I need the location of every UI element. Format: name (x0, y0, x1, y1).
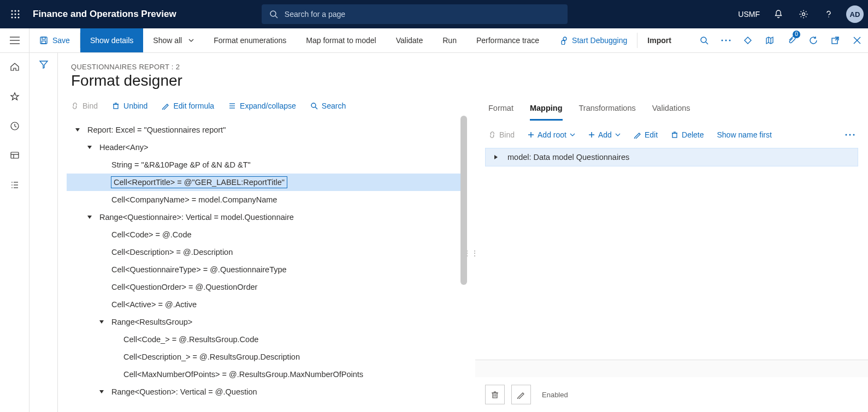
mapping-bind-button: Bind (488, 130, 515, 139)
expand-collapse-button[interactable]: Expand/collapse (228, 101, 296, 110)
tree-row-label: Range<Questionnaire>: Vertical = model.Q… (99, 213, 294, 222)
svg-rect-16 (40, 37, 47, 44)
delete-button[interactable]: Delete (671, 130, 704, 139)
tree-row[interactable]: Range<ResultsGroup> (67, 313, 467, 331)
search-icon (310, 102, 318, 110)
tree-row[interactable]: Range<Question>: Vertical = @.Question (67, 383, 467, 401)
save-button[interactable]: Save (29, 28, 80, 52)
scrollbar[interactable] (460, 116, 467, 285)
tree-row[interactable]: Cell<QuestionOrder> = @.QuestionOrder (67, 278, 467, 296)
validate-button[interactable]: Validate (386, 28, 433, 52)
tree-row[interactable]: Cell<QuestionnaireType> = @.Questionnair… (67, 261, 467, 278)
performance-trace-button[interactable]: Performance trace (467, 28, 549, 52)
svg-point-22 (722, 40, 723, 41)
svg-point-66 (853, 134, 855, 136)
save-icon (39, 36, 48, 45)
edit-button[interactable]: Edit (634, 130, 658, 139)
svg-point-24 (729, 40, 731, 41)
more-icon[interactable] (715, 28, 737, 52)
popout-icon[interactable] (824, 28, 846, 52)
run-button[interactable]: Run (433, 28, 467, 52)
recent-icon[interactable] (4, 117, 26, 135)
company-code[interactable]: USMF (738, 10, 760, 19)
show-all-button[interactable]: Show all (143, 28, 204, 52)
map-format-button[interactable]: Map format to model (296, 28, 386, 52)
svg-point-8 (18, 17, 20, 19)
tree-search-button[interactable]: Search (310, 101, 346, 110)
bottom-edit-button[interactable] (511, 385, 531, 404)
caret-down-icon[interactable] (73, 127, 82, 133)
favorites-icon[interactable] (4, 88, 26, 105)
modules-icon[interactable] (4, 176, 26, 194)
svg-point-50 (311, 103, 316, 108)
cmdbar-right: 0 (693, 28, 868, 52)
tree-row[interactable]: Cell<Active> = @.Active (67, 296, 467, 313)
diamond-icon[interactable] (737, 28, 759, 52)
chevron-right-icon (493, 154, 503, 160)
import-button[interactable]: Import (637, 28, 681, 52)
tree-row[interactable]: Cell<MaxNumberOfPoints> = @.ResultsGroup… (67, 366, 467, 383)
find-icon[interactable] (693, 28, 715, 52)
home-icon[interactable] (4, 58, 26, 76)
svg-marker-52 (75, 128, 80, 132)
caret-down-icon[interactable] (85, 214, 94, 220)
tree-row[interactable]: String = "&R&10Page &P of &N &D &T" (67, 156, 467, 174)
tree-pane[interactable]: Report: Excel = "Questionnaires report"H… (58, 116, 467, 412)
debug-icon (559, 36, 568, 45)
svg-line-51 (315, 107, 317, 109)
caret-down-icon[interactable] (97, 319, 106, 325)
add-button[interactable]: Add (588, 130, 621, 139)
show-details-button[interactable]: Show details (80, 28, 143, 52)
bottom-delete-button[interactable] (485, 385, 505, 404)
tree-row[interactable]: Cell<Code> = @.Code (67, 226, 467, 243)
tree-row-label: Range<ResultsGroup> (111, 318, 192, 326)
caret-down-icon[interactable] (85, 145, 94, 150)
chevron-down-icon (188, 38, 194, 43)
link-icon (71, 102, 79, 110)
filter-icon[interactable] (39, 59, 49, 412)
close-icon[interactable] (846, 28, 868, 52)
show-name-first-button[interactable]: Show name first (717, 130, 771, 139)
notifications-icon[interactable] (767, 3, 789, 25)
add-root-button[interactable]: Add root (528, 130, 575, 139)
model-root-row[interactable]: model: Data model Questionnaires (485, 148, 858, 166)
bind-button: Bind (71, 101, 98, 110)
mapping-more-icon[interactable] (845, 134, 855, 136)
caret-down-icon[interactable] (97, 389, 106, 395)
edit-formula-button[interactable]: Edit formula (162, 101, 214, 110)
app-launcher-icon[interactable] (4, 3, 26, 25)
tab-validations[interactable]: Validations (652, 104, 690, 121)
splitter[interactable]: ⋮⋮ (467, 94, 475, 412)
tree-row[interactable]: Cell<CompanyName> = model.CompanyName (67, 191, 467, 208)
tree-row[interactable]: Report: Excel = "Questionnaires report" (67, 121, 467, 139)
unbind-button[interactable]: Unbind (112, 101, 147, 110)
tree-row[interactable]: Range<Questionnaire>: Vertical = model.Q… (67, 208, 467, 226)
svg-rect-17 (42, 37, 45, 39)
tree-row[interactable]: Cell<Code_> = @.ResultsGroup.Code (67, 331, 467, 348)
svg-point-0 (11, 10, 13, 12)
map-icon[interactable] (759, 28, 781, 52)
format-enumerations-button[interactable]: Format enumerations (204, 28, 296, 52)
tab-transformations[interactable]: Transformations (579, 104, 636, 121)
tree-row-label: Header<Any> (99, 143, 148, 152)
start-debugging-button[interactable]: Start Debugging (549, 28, 637, 52)
show-all-label: Show all (153, 36, 182, 45)
help-icon[interactable] (818, 3, 840, 25)
tree-row-label: Cell<QuestionnaireType> = @.Questionnair… (111, 265, 287, 274)
nav-toggle-icon[interactable] (0, 28, 29, 52)
workspaces-icon[interactable] (4, 147, 26, 164)
tree-row[interactable]: Header<Any> (67, 139, 467, 156)
tree-row[interactable]: Cell<Description_> = @.ResultsGroup.Desc… (67, 348, 467, 366)
avatar[interactable]: AD (846, 5, 864, 23)
attachments-icon[interactable]: 0 (781, 28, 802, 52)
search-input[interactable]: Search for a page (262, 4, 568, 24)
tab-mapping[interactable]: Mapping (530, 104, 563, 121)
tree-row[interactable]: Cell<ReportTitle> = @"GER_LABEL:ReportTi… (67, 174, 467, 191)
gear-icon[interactable] (793, 3, 814, 25)
list-icon (228, 102, 236, 110)
svg-rect-34 (11, 152, 19, 158)
tree-row[interactable]: Cell<Description> = @.Description (67, 243, 467, 261)
pencil-icon (634, 131, 641, 139)
refresh-icon[interactable] (802, 28, 824, 52)
tab-format[interactable]: Format (488, 104, 513, 121)
